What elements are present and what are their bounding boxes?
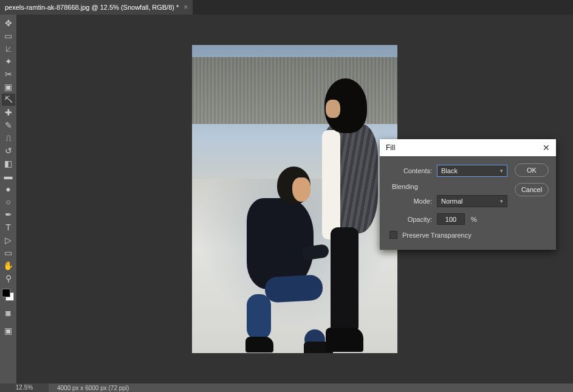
stamp-tool[interactable]: ⎍	[2, 132, 15, 144]
tool-palette: ✥▭⟀✦✂▣⛏✚✎⎍↺◧▬●○✒T▷▭✋⚲◙▣	[0, 15, 16, 383]
rectangle-tool[interactable]: ▭	[2, 247, 15, 259]
pen-tool[interactable]: ✒	[2, 208, 15, 221]
chevron-down-icon: ▾	[500, 198, 503, 204]
fill-dialog: Fill ✕ OK Cancel Contents: Black ▾ Blend…	[380, 139, 556, 250]
screen-mode-tool[interactable]: ▣	[2, 325, 15, 337]
chevron-down-icon: ▾	[500, 168, 503, 174]
eyedropper-tool[interactable]: ⛏	[2, 94, 15, 106]
mode-label: Mode:	[400, 198, 432, 205]
document-tab-bar: pexels-ramtin-ak-878668.jpg @ 12.5% (Sno…	[0, 0, 573, 15]
healing-tool[interactable]: ✚	[2, 106, 15, 119]
quickmask-tool[interactable]: ◙	[2, 307, 15, 319]
document-canvas[interactable]	[192, 45, 397, 353]
tab-title: pexels-ramtin-ak-878668.jpg @ 12.5% (Sno…	[5, 4, 179, 11]
mode-value: Normal	[441, 198, 462, 205]
close-icon[interactable]: ✕	[543, 143, 550, 153]
mode-dropdown[interactable]: Normal ▾	[437, 195, 507, 207]
move-tool[interactable]: ✥	[2, 17, 15, 29]
hand-tool[interactable]: ✋	[2, 260, 15, 272]
dialog-title: Fill	[386, 143, 395, 152]
zoom-level[interactable]: 12.5%	[0, 383, 49, 392]
color-swatches[interactable]	[2, 289, 15, 302]
photo-subject-man	[228, 167, 320, 349]
contents-value: Black	[441, 167, 458, 174]
lasso-tool[interactable]: ⟀	[2, 43, 15, 55]
status-bar: 12.5% 4000 px x 6000 px (72 ppi)	[0, 383, 573, 392]
zoom-tool[interactable]: ⚲	[2, 272, 15, 284]
document-tab[interactable]: pexels-ramtin-ak-878668.jpg @ 12.5% (Sno…	[0, 0, 193, 15]
opacity-unit: %	[471, 216, 477, 223]
preserve-transparency-checkbox[interactable]	[389, 231, 397, 239]
dodge-tool[interactable]: ○	[2, 196, 15, 208]
preserve-transparency-label: Preserve Transparency	[402, 232, 472, 239]
cancel-button[interactable]: Cancel	[515, 183, 549, 196]
opacity-label: Opacity:	[400, 216, 432, 223]
wand-tool[interactable]: ✦	[2, 55, 15, 67]
crop-tool[interactable]: ✂	[2, 68, 15, 80]
history-brush-tool[interactable]: ↺	[2, 145, 15, 157]
document-dimensions: 4000 px x 6000 px (72 ppi)	[49, 385, 129, 391]
eraser-tool[interactable]: ◧	[2, 157, 15, 170]
close-icon[interactable]: ×	[184, 3, 188, 12]
contents-dropdown[interactable]: Black ▾	[437, 165, 507, 177]
dialog-titlebar[interactable]: Fill ✕	[380, 139, 556, 156]
brush-tool[interactable]: ✎	[2, 119, 15, 131]
marquee-tool[interactable]: ▭	[2, 30, 15, 42]
path-select-tool[interactable]: ▷	[2, 234, 15, 246]
blur-tool[interactable]: ●	[2, 183, 15, 195]
frame-tool[interactable]: ▣	[2, 81, 15, 93]
gradient-tool[interactable]: ▬	[2, 170, 15, 182]
blending-group-label: Blending	[392, 183, 507, 190]
ok-button[interactable]: OK	[515, 163, 549, 177]
opacity-input[interactable]	[437, 213, 465, 225]
type-tool[interactable]: T	[2, 221, 15, 233]
contents-label: Contents:	[388, 167, 432, 174]
